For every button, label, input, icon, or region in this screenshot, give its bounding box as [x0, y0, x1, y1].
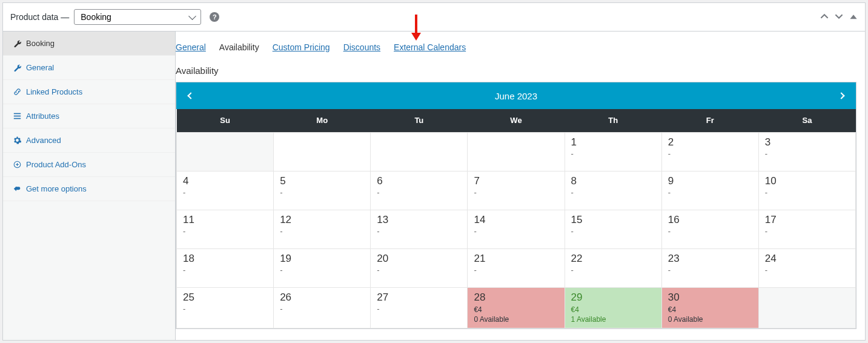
calendar-cell[interactable]: 4-: [177, 171, 274, 210]
day-number: 15: [571, 214, 655, 226]
tab-external-calendars[interactable]: External Calendars: [394, 42, 466, 52]
calendar-cell[interactable]: 12-: [274, 210, 371, 248]
wrench-icon: [13, 64, 21, 72]
calendar-cell[interactable]: 2-: [661, 132, 758, 171]
weekday-header: We: [468, 109, 565, 132]
sidebar-item-label: Product Add-Ons: [26, 160, 86, 169]
calendar-header: June 2023: [176, 82, 856, 109]
day-number: 17: [765, 214, 849, 226]
calendar-cell[interactable]: 10-: [758, 171, 855, 210]
panel-down-icon[interactable]: [835, 12, 843, 22]
calendar-cell[interactable]: 20-: [371, 248, 468, 287]
calendar-cell[interactable]: 18-: [177, 248, 274, 287]
calendar-cell[interactable]: 17-: [758, 210, 855, 248]
calendar-grid: SuMoTuWeThFrSa 1-2-3-4-5-6-7-8-9-10-11-1…: [176, 109, 856, 328]
calendar-cell[interactable]: 15-: [565, 210, 661, 248]
svg-rect-2: [13, 118, 20, 119]
annotation-arrow-icon: [409, 13, 423, 41]
sidebar-item-addons[interactable]: Product Add-Ons: [3, 153, 175, 177]
calendar-cell[interactable]: 25-: [177, 287, 274, 328]
day-availability: -: [571, 188, 655, 197]
day-number: 24: [765, 253, 849, 265]
day-availability: -: [474, 265, 558, 275]
svg-marker-5: [411, 33, 421, 41]
day-number: 2: [668, 136, 752, 148]
product-type-select[interactable]: Booking: [74, 9, 201, 25]
day-availability: -: [183, 188, 267, 197]
calendar-cell[interactable]: 6-: [371, 171, 468, 210]
sidebar-item-more-options[interactable]: Get more options: [3, 177, 175, 201]
day-availability: -: [377, 304, 461, 313]
sidebar-item-label: Linked Products: [26, 87, 82, 96]
day-number: 11: [183, 214, 267, 226]
tab-general[interactable]: General: [176, 42, 206, 52]
section-title: Availability: [176, 65, 856, 76]
day-availability: -: [474, 188, 558, 197]
calendar-cell[interactable]: 27-: [371, 287, 468, 328]
calendar-cell[interactable]: 21-: [468, 248, 565, 287]
sidebar-item-general[interactable]: General: [3, 56, 175, 80]
calendar-cell[interactable]: 9-: [661, 171, 758, 210]
calendar-cell[interactable]: 26-: [274, 287, 371, 328]
calendar-cell[interactable]: 1-: [565, 132, 661, 171]
calendar-cell[interactable]: 11-: [177, 210, 274, 248]
calendar-cell[interactable]: 24-: [758, 248, 855, 287]
sidebar-item-linked-products[interactable]: Linked Products: [3, 80, 175, 104]
panel-toggles: [820, 12, 858, 22]
sidebar-item-advanced[interactable]: Advanced: [3, 128, 175, 153]
sidebar-item-booking[interactable]: Booking: [3, 32, 175, 56]
day-availability: -: [377, 265, 461, 275]
day-detail: €40 Available: [474, 305, 558, 324]
calendar-title: June 2023: [495, 91, 537, 101]
sidebar-item-attributes[interactable]: Attributes: [3, 104, 175, 128]
calendar-cell: [758, 287, 855, 328]
calendar-cell[interactable]: 14-: [468, 210, 565, 248]
calendar-cell[interactable]: 8-: [565, 171, 661, 210]
calendar-cell[interactable]: 19-: [274, 248, 371, 287]
day-price: €4: [571, 305, 655, 315]
day-number: 29: [571, 291, 655, 304]
panel-collapse-icon[interactable]: [849, 12, 858, 22]
calendar-cell[interactable]: 16-: [661, 210, 758, 248]
calendar-cell[interactable]: 7-: [468, 171, 565, 210]
day-availability: -: [280, 227, 364, 236]
calendar-cell[interactable]: 22-: [565, 248, 661, 287]
help-icon[interactable]: ?: [210, 12, 219, 22]
tab-custom-pricing[interactable]: Custom Pricing: [273, 42, 330, 52]
day-number: 20: [377, 253, 461, 265]
day-availability: -: [280, 304, 364, 313]
day-price: €4: [668, 305, 752, 315]
calendar-cell[interactable]: 23-: [661, 248, 758, 287]
calendar-cell[interactable]: 3-: [758, 132, 855, 171]
day-availability: -: [183, 227, 267, 236]
day-number: 9: [668, 175, 752, 187]
day-number: 21: [474, 253, 558, 265]
calendar-cell[interactable]: 30€40 Available: [661, 287, 758, 328]
calendar-prev-button[interactable]: [179, 82, 203, 109]
panel-title-prefix: Product data: [10, 12, 58, 22]
day-availability: -: [280, 265, 364, 275]
sidebar-item-label: Get more options: [26, 184, 87, 193]
day-number: 12: [280, 214, 364, 226]
chevron-left-icon: [187, 92, 194, 99]
calendar-next-button[interactable]: [829, 82, 853, 109]
day-number: 28: [474, 291, 558, 304]
tab-availability[interactable]: Availability: [219, 42, 259, 52]
calendar-cell: [371, 132, 468, 171]
calendar-cell[interactable]: 29€41 Available: [565, 287, 661, 328]
calendar-cell[interactable]: 28€40 Available: [468, 287, 565, 328]
calendar-cell[interactable]: 13-: [371, 210, 468, 248]
day-number: 10: [765, 175, 849, 187]
day-availability: -: [571, 265, 655, 275]
svg-rect-0: [13, 113, 20, 115]
panel-up-icon[interactable]: [820, 12, 829, 22]
day-availability: -: [571, 149, 655, 158]
calendar-cell[interactable]: 5-: [274, 171, 371, 210]
day-price: €4: [474, 305, 558, 315]
day-number: 5: [280, 175, 364, 187]
sub-tab-bar: General Availability Custom Pricing Disc…: [176, 42, 856, 65]
calendar-cell: [177, 132, 274, 171]
day-number: 25: [183, 291, 267, 304]
day-availability: -: [280, 188, 364, 197]
tab-discounts[interactable]: Discounts: [343, 42, 380, 52]
